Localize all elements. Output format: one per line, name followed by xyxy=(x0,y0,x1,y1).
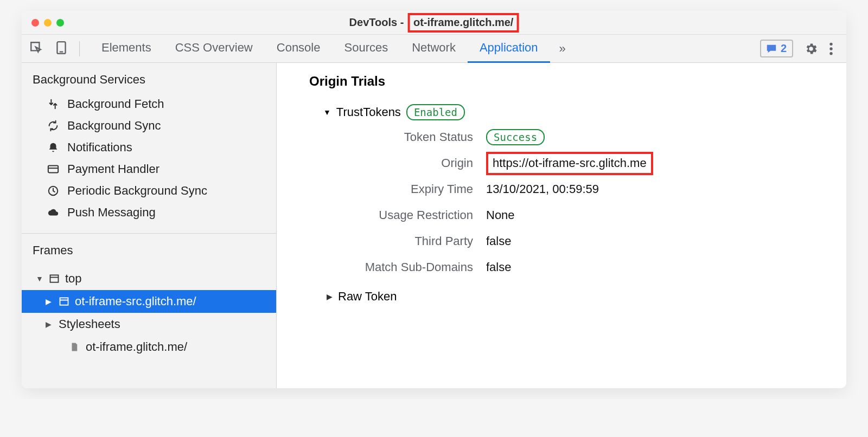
sidebar: Background Services Background Fetch Bac… xyxy=(22,63,277,388)
sidebar-item-background-fetch[interactable]: Background Fetch xyxy=(22,93,276,115)
window-minimize-button[interactable] xyxy=(44,19,52,27)
sidebar-item-label: Background Fetch xyxy=(67,97,164,111)
frame-stylesheets[interactable]: ▶ Stylesheets xyxy=(22,313,276,336)
tab-network[interactable]: Network xyxy=(400,35,468,63)
sidebar-heading-frames: Frames xyxy=(22,234,276,264)
sidebar-item-notifications[interactable]: Notifications xyxy=(22,137,276,158)
cloud-icon xyxy=(47,207,60,218)
raw-token-row[interactable]: ▶ Raw Token xyxy=(327,290,825,304)
label-usage: Usage Restriction xyxy=(323,208,486,222)
toolbar-left xyxy=(29,41,90,57)
toolbar-right: 2 xyxy=(760,40,839,57)
traffic-lights xyxy=(31,19,64,27)
sidebar-item-periodic-sync[interactable]: Periodic Background Sync xyxy=(22,180,276,202)
row-expiry: Expiry Time 13/10/2021, 00:59:59 xyxy=(323,182,825,196)
chevron-down-icon: ▼ xyxy=(323,108,331,117)
trial-status-badge: Enabled xyxy=(406,104,465,120)
chevron-down-icon: ▼ xyxy=(36,274,44,283)
frame-resource[interactable]: ot-iframe.glitch.me/ xyxy=(22,336,276,358)
trial-name: TrustTokens xyxy=(336,105,401,119)
label-origin: Origin xyxy=(323,156,486,170)
toggle-device-icon[interactable] xyxy=(54,41,68,57)
svg-rect-8 xyxy=(50,275,59,282)
chevron-right-icon: ▶ xyxy=(327,292,333,301)
window-close-button[interactable] xyxy=(31,19,39,27)
sidebar-item-label: Push Messaging xyxy=(67,205,156,220)
svg-point-2 xyxy=(829,42,832,45)
value-expiry: 13/10/2021, 00:59:59 xyxy=(486,182,599,196)
row-origin: Origin https://ot-iframe-src.glitch.me xyxy=(323,156,825,170)
frame-selected[interactable]: ▶ ot-iframe-src.glitch.me/ xyxy=(22,290,276,313)
frames-tree: ▼ top ▶ ot-iframe-src.glitch.me/ ▶ Style… xyxy=(22,264,276,358)
sidebar-item-push-messaging[interactable]: Push Messaging xyxy=(22,202,276,223)
row-usage: Usage Restriction None xyxy=(323,208,825,222)
tabs-overflow-button[interactable]: » xyxy=(554,42,571,56)
window-icon xyxy=(49,273,61,284)
row-subdomains: Match Sub-Domains false xyxy=(323,260,825,274)
sidebar-item-label: Periodic Background Sync xyxy=(67,184,207,198)
label-subdomains: Match Sub-Domains xyxy=(323,260,486,274)
iframe-icon xyxy=(59,296,71,307)
card-icon xyxy=(47,163,60,175)
value-subdomains: false xyxy=(486,260,511,274)
frame-label: Stylesheets xyxy=(59,317,120,331)
row-third-party: Third Party false xyxy=(323,234,825,248)
message-icon xyxy=(765,43,777,55)
frame-label: ot-iframe.glitch.me/ xyxy=(86,340,187,354)
bell-icon xyxy=(47,142,60,153)
label-token-status: Token Status xyxy=(323,130,486,144)
main-panel: Origin Trials ▼ TrustTokens Enabled Toke… xyxy=(277,63,846,388)
value-origin: https://ot-iframe-src.glitch.me xyxy=(486,152,653,175)
svg-point-4 xyxy=(829,52,832,54)
sidebar-item-label: Payment Handler xyxy=(67,162,159,176)
sidebar-item-background-sync[interactable]: Background Sync xyxy=(22,115,276,137)
kebab-menu-icon[interactable] xyxy=(829,42,833,56)
sidebar-item-label: Notifications xyxy=(67,140,132,155)
tab-elements[interactable]: Elements xyxy=(90,35,163,63)
svg-point-3 xyxy=(829,47,832,50)
window-title: DevTools - ot-iframe.glitch.me/ xyxy=(349,13,519,33)
window-maximize-button[interactable] xyxy=(56,19,64,27)
value-token-status: Success xyxy=(486,129,545,145)
frame-label: top xyxy=(65,272,82,286)
frame-top[interactable]: ▼ top xyxy=(22,267,276,290)
label-third-party: Third Party xyxy=(323,234,486,248)
content-area: Background Services Background Fetch Bac… xyxy=(22,63,846,388)
bg-services-list: Background Fetch Background Sync Notific… xyxy=(22,93,276,231)
console-messages-button[interactable]: 2 xyxy=(760,40,793,57)
row-token-status: Token Status Success xyxy=(323,130,825,144)
document-icon xyxy=(69,342,81,352)
fetch-icon xyxy=(47,98,60,110)
panel-tabs: Elements CSS Overview Console Sources Ne… xyxy=(90,35,550,63)
chevron-right-icon: ▶ xyxy=(46,320,54,329)
clock-icon xyxy=(47,185,60,197)
tab-sources[interactable]: Sources xyxy=(332,35,400,63)
toolbar-divider xyxy=(79,41,80,56)
tab-css-overview[interactable]: CSS Overview xyxy=(163,35,265,63)
tab-console[interactable]: Console xyxy=(265,35,333,63)
raw-token-label: Raw Token xyxy=(338,290,397,304)
settings-icon[interactable] xyxy=(804,42,818,56)
tab-application[interactable]: Application xyxy=(468,35,550,63)
titlebar: DevTools - ot-iframe.glitch.me/ xyxy=(22,11,846,35)
window-title-url: ot-iframe.glitch.me/ xyxy=(408,13,519,33)
value-usage: None xyxy=(486,208,515,222)
trial-header[interactable]: ▼ TrustTokens Enabled xyxy=(323,104,825,120)
panel-tabstrip: Elements CSS Overview Console Sources Ne… xyxy=(22,35,846,63)
sidebar-item-label: Background Sync xyxy=(67,119,161,133)
window-title-prefix: DevTools - xyxy=(349,16,405,29)
svg-rect-10 xyxy=(60,298,68,305)
sidebar-item-payment-handler[interactable]: Payment Handler xyxy=(22,158,276,180)
console-messages-count: 2 xyxy=(781,42,787,55)
inspect-element-icon[interactable] xyxy=(29,41,43,57)
main-heading: Origin Trials xyxy=(309,74,825,89)
sync-icon xyxy=(47,120,60,132)
svg-rect-5 xyxy=(48,166,58,173)
chevron-right-icon: ▶ xyxy=(46,297,54,306)
value-third-party: false xyxy=(486,234,511,248)
sidebar-heading-bg-services: Background Services xyxy=(22,63,276,93)
frame-label: ot-iframe-src.glitch.me/ xyxy=(75,294,196,309)
label-expiry: Expiry Time xyxy=(323,182,486,196)
devtools-window: DevTools - ot-iframe.glitch.me/ Elements… xyxy=(22,11,846,388)
trial-block: ▼ TrustTokens Enabled Token Status Succe… xyxy=(323,104,825,304)
